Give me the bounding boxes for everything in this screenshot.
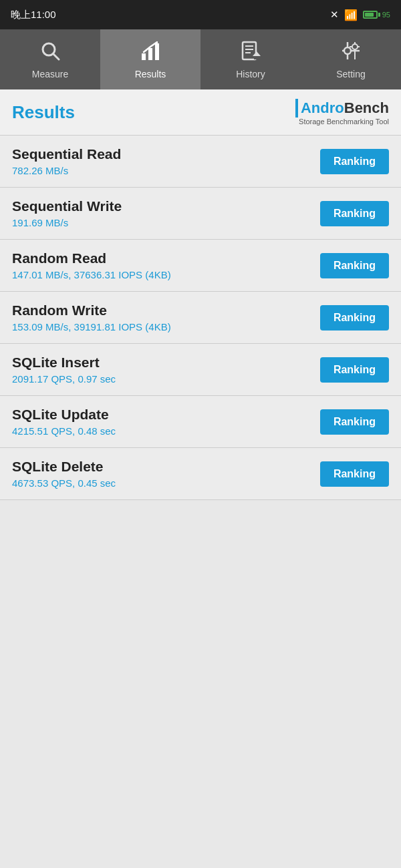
svg-marker-11 — [253, 51, 261, 56]
brand-logo: AndroBench Storage Benchmarking Tool — [295, 99, 389, 126]
ranking-button-sequential-write[interactable]: Ranking — [320, 201, 389, 226]
result-row-sqlite-update: SQLite Update 4215.51 QPS, 0.48 sec Rank… — [0, 396, 401, 448]
svg-point-12 — [344, 47, 351, 54]
measure-icon — [39, 40, 61, 65]
result-name-6: SQLite Delete — [12, 459, 116, 475]
battery-indicator: 95 — [363, 11, 390, 19]
result-info-sequential-read: Sequential Read 782.26 MB/s — [12, 146, 121, 176]
history-icon — [240, 40, 261, 65]
svg-line-1 — [53, 54, 59, 59]
ranking-button-sequential-read[interactable]: Ranking — [320, 149, 389, 174]
result-row-sequential-write: Sequential Write 191.69 MB/s Ranking — [0, 188, 401, 240]
ranking-button-random-read[interactable]: Ranking — [320, 253, 389, 278]
status-bar: 晚上11:00 ✕ 📶 95 — [0, 0, 401, 29]
result-row-sqlite-delete: SQLite Delete 4673.53 QPS, 0.45 sec Rank… — [0, 448, 401, 500]
result-name-3: Random Write — [12, 302, 171, 318]
tab-results[interactable]: Results — [100, 29, 200, 89]
result-row-random-read: Random Read 147.01 MB/s, 37636.31 IOPS (… — [0, 240, 401, 292]
tab-history[interactable]: History — [200, 29, 301, 89]
brand-subtitle: Storage Benchmarking Tool — [299, 118, 389, 126]
wifi-icon: 📶 — [344, 9, 358, 21]
result-name-5: SQLite Update — [12, 407, 116, 423]
tab-setting[interactable]: Setting — [301, 29, 401, 89]
result-name-1: Sequential Write — [12, 198, 122, 214]
brand-name: AndroBench — [301, 99, 389, 117]
tab-setting-label: Setting — [336, 69, 366, 79]
notification-icon: ✕ — [330, 9, 339, 21]
tab-results-label: Results — [135, 69, 166, 79]
brand-name-part2: Bench — [344, 99, 389, 116]
svg-point-13 — [352, 44, 358, 49]
status-time: 晚上11:00 — [11, 9, 56, 21]
ranking-button-sqlite-update[interactable]: Ranking — [320, 409, 389, 435]
brand-name-part1: Andro — [301, 99, 344, 116]
ranking-button-sqlite-insert[interactable]: Ranking — [320, 357, 389, 383]
result-value-2: 147.01 MB/s, 37636.31 IOPS (4KB) — [12, 269, 171, 280]
setting-icon — [340, 40, 362, 65]
result-name-0: Sequential Read — [12, 146, 121, 162]
result-value-5: 4215.51 QPS, 0.48 sec — [12, 425, 116, 437]
results-header: Results AndroBench Storage Benchmarking … — [0, 89, 401, 136]
ranking-button-random-write[interactable]: Ranking — [320, 305, 389, 331]
results-list: Sequential Read 782.26 MB/s Ranking Sequ… — [0, 136, 401, 500]
result-name-4: SQLite Insert — [12, 355, 116, 371]
result-name-2: Random Read — [12, 250, 171, 266]
brand-bar — [295, 99, 298, 118]
tab-measure-label: Measure — [32, 69, 68, 79]
result-info-sqlite-update: SQLite Update 4215.51 QPS, 0.48 sec — [12, 407, 116, 437]
result-value-6: 4673.53 QPS, 0.45 sec — [12, 477, 116, 489]
svg-rect-2 — [142, 53, 146, 60]
results-page-title: Results — [12, 102, 75, 123]
result-value-4: 2091.17 QPS, 0.97 sec — [12, 373, 116, 385]
result-value-0: 782.26 MB/s — [12, 165, 121, 176]
result-info-sequential-write: Sequential Write 191.69 MB/s — [12, 198, 122, 228]
status-right: ✕ 📶 95 — [330, 9, 390, 21]
result-info-sqlite-insert: SQLite Insert 2091.17 QPS, 0.97 sec — [12, 355, 116, 385]
ranking-button-sqlite-delete[interactable]: Ranking — [320, 461, 389, 487]
result-value-3: 153.09 MB/s, 39191.81 IOPS (4KB) — [12, 321, 171, 333]
result-info-random-read: Random Read 147.01 MB/s, 37636.31 IOPS (… — [12, 250, 171, 280]
results-icon — [140, 40, 161, 65]
result-row-sqlite-insert: SQLite Insert 2091.17 QPS, 0.97 sec Rank… — [0, 344, 401, 396]
result-row-sequential-read: Sequential Read 782.26 MB/s Ranking — [0, 136, 401, 188]
svg-rect-3 — [148, 48, 152, 60]
svg-rect-4 — [155, 43, 159, 60]
result-info-sqlite-delete: SQLite Delete 4673.53 QPS, 0.45 sec — [12, 459, 116, 489]
tab-measure[interactable]: Measure — [0, 29, 100, 89]
result-info-random-write: Random Write 153.09 MB/s, 39191.81 IOPS … — [12, 302, 171, 333]
nav-tabs: Measure Results History — [0, 29, 401, 89]
tab-history-label: History — [236, 69, 265, 79]
result-value-1: 191.69 MB/s — [12, 217, 122, 228]
result-row-random-write: Random Write 153.09 MB/s, 39191.81 IOPS … — [0, 292, 401, 344]
battery-level: 95 — [382, 11, 390, 19]
